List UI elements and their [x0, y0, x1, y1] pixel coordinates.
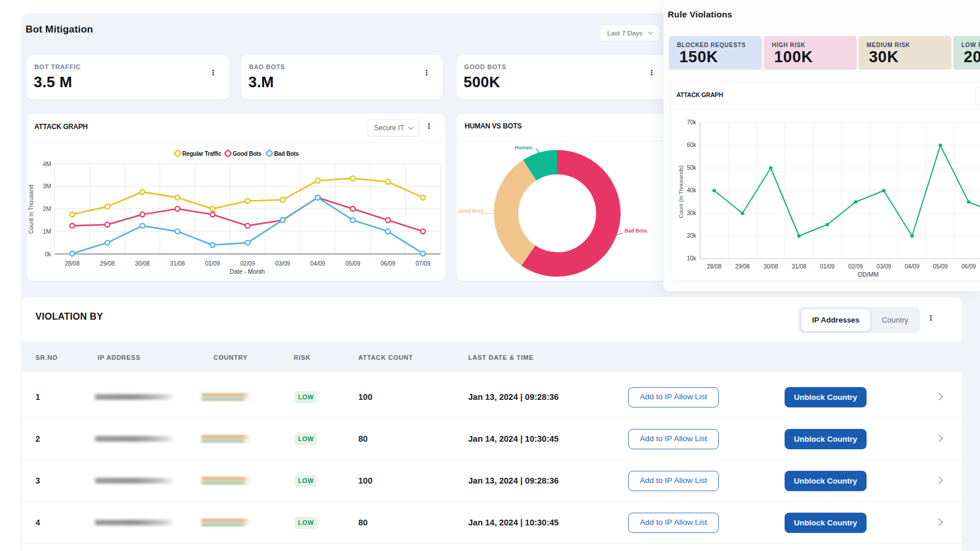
- svg-text:04/09: 04/09: [311, 260, 326, 267]
- svg-text:Date - Month: Date - Month: [230, 268, 265, 275]
- svg-text:05/09: 05/09: [345, 260, 361, 267]
- svg-text:40k: 40k: [687, 187, 697, 194]
- svg-text:Human:: Human:: [515, 145, 533, 151]
- svg-text:30/08: 30/08: [135, 260, 150, 267]
- svg-text:31/08: 31/08: [792, 263, 806, 270]
- svg-text:Count (in Thousands): Count (in Thousands): [678, 165, 684, 218]
- svg-text:60k: 60k: [687, 142, 697, 148]
- svg-text:30k: 30k: [687, 210, 697, 216]
- svg-text:01/09: 01/09: [205, 260, 220, 267]
- svg-text:06/09: 06/09: [380, 260, 395, 267]
- svg-text:28/08: 28/08: [707, 263, 721, 270]
- svg-text:1M: 1M: [42, 228, 51, 235]
- svg-text:DD/MM: DD/MM: [858, 271, 879, 278]
- svg-text:05/09: 05/09: [933, 263, 947, 270]
- svg-text:01/09: 01/09: [820, 263, 835, 270]
- svg-text:4M: 4M: [42, 160, 51, 167]
- svg-text:07/09: 07/09: [415, 260, 430, 267]
- svg-text:06/09: 06/09: [961, 263, 976, 270]
- svg-text:Good Bots: Good Bots: [233, 151, 262, 157]
- svg-text:29/08: 29/08: [100, 260, 115, 267]
- svg-text:30/08: 30/08: [764, 263, 778, 270]
- svg-text:04/09: 04/09: [905, 263, 920, 270]
- svg-text:02/09: 02/09: [848, 263, 863, 270]
- svg-text:Bad Bots: Bad Bots: [274, 151, 299, 157]
- svg-text:03/09: 03/09: [275, 260, 290, 267]
- svg-text:28/08: 28/08: [65, 260, 80, 267]
- svg-text:Bad Bots:: Bad Bots:: [625, 228, 648, 234]
- svg-text:3M: 3M: [42, 183, 51, 189]
- svg-text:02/09: 02/09: [240, 260, 255, 267]
- svg-text:50k: 50k: [687, 164, 697, 171]
- svg-text:2M: 2M: [42, 205, 51, 212]
- svg-text:31/08: 31/08: [170, 260, 185, 267]
- svg-text:0k: 0k: [45, 251, 52, 257]
- svg-text:Count in Thousand: Count in Thousand: [28, 185, 34, 234]
- svg-text:03/09: 03/09: [876, 263, 891, 270]
- svg-text:Regular Traffic: Regular Traffic: [183, 151, 222, 157]
- svg-text:20k: 20k: [687, 232, 697, 239]
- svg-text:29/08: 29/08: [735, 263, 750, 270]
- svg-text:70k: 70k: [687, 119, 697, 126]
- svg-text:Good Bots:: Good Bots:: [458, 208, 485, 214]
- svg-text:10k: 10k: [687, 255, 697, 262]
